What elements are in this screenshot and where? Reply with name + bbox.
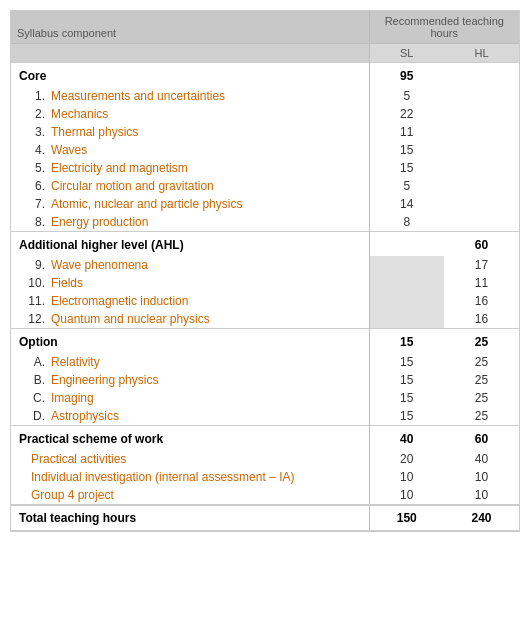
topic-link[interactable]: Group 4 project — [31, 488, 114, 502]
item-number: A. — [27, 355, 51, 369]
item-label-cell: Individual investigation (internal asses… — [11, 468, 369, 486]
sl-value: 15 — [369, 389, 444, 407]
item-label-cell: B.Engineering physics — [11, 371, 369, 389]
section-sl-core: 95 — [369, 63, 444, 88]
item-number: 8. — [27, 215, 51, 229]
total-sl: 150 — [369, 505, 444, 531]
item-label-cell: 8.Energy production — [11, 213, 369, 232]
topic-link[interactable]: Quantum and nuclear physics — [51, 312, 210, 326]
sl-value — [369, 310, 444, 329]
item-label-cell: D.Astrophysics — [11, 407, 369, 426]
hl-value: 25 — [444, 371, 519, 389]
table-row: 12.Quantum and nuclear physics16 — [11, 310, 519, 329]
table-row: 10.Fields11 — [11, 274, 519, 292]
section-hl-practical: 60 — [444, 426, 519, 451]
topic-link[interactable]: Engineering physics — [51, 373, 158, 387]
sl-value: 10 — [369, 468, 444, 486]
table-row: B.Engineering physics1525 — [11, 371, 519, 389]
item-label-cell: Group 4 project — [11, 486, 369, 505]
item-label-cell: 11.Electromagnetic induction — [11, 292, 369, 310]
section-sl-ahl — [369, 232, 444, 257]
sl-value: 15 — [369, 371, 444, 389]
topic-link[interactable]: Electricity and magnetism — [51, 161, 188, 175]
sl-value: 15 — [369, 353, 444, 371]
topic-link[interactable]: Wave phenomena — [51, 258, 148, 272]
topic-link[interactable]: Relativity — [51, 355, 100, 369]
topic-link[interactable]: Atomic, nuclear and particle physics — [51, 197, 242, 211]
topic-link[interactable]: Measurements and uncertainties — [51, 89, 225, 103]
item-label-cell: 5.Electricity and magnetism — [11, 159, 369, 177]
sl-value: 8 — [369, 213, 444, 232]
table-row: 5.Electricity and magnetism15 — [11, 159, 519, 177]
topic-link[interactable]: Thermal physics — [51, 125, 138, 139]
hl-value: 40 — [444, 450, 519, 468]
syllabus-column-header: Syllabus component — [11, 11, 369, 44]
table-row: A.Relativity1525 — [11, 353, 519, 371]
item-label-cell: A.Relativity — [11, 353, 369, 371]
table-row: 1.Measurements and uncertainties5 — [11, 87, 519, 105]
item-number: 11. — [27, 294, 51, 308]
section-header-option: Option1525 — [11, 329, 519, 354]
sl-value: 22 — [369, 105, 444, 123]
sl-value — [369, 274, 444, 292]
item-label-cell: C.Imaging — [11, 389, 369, 407]
section-header-ahl: Additional higher level (AHL)60 — [11, 232, 519, 257]
topic-link[interactable]: Mechanics — [51, 107, 108, 121]
sl-value — [369, 292, 444, 310]
topic-link[interactable]: Imaging — [51, 391, 94, 405]
item-label-cell: 6.Circular motion and gravitation — [11, 177, 369, 195]
section-hl-core — [444, 63, 519, 88]
topic-link[interactable]: Energy production — [51, 215, 148, 229]
hl-value — [444, 159, 519, 177]
item-number: D. — [27, 409, 51, 423]
hl-value — [444, 213, 519, 232]
topic-link[interactable]: Practical activities — [31, 452, 126, 466]
sl-value: 10 — [369, 486, 444, 505]
hl-value — [444, 195, 519, 213]
topic-link[interactable]: Electromagnetic induction — [51, 294, 188, 308]
section-title-option: Option — [11, 329, 369, 354]
hl-value: 11 — [444, 274, 519, 292]
section-sl-option: 15 — [369, 329, 444, 354]
item-label-cell: 4.Waves — [11, 141, 369, 159]
item-number: 2. — [27, 107, 51, 121]
section-header-core: Core95 — [11, 63, 519, 88]
hl-value — [444, 105, 519, 123]
item-number: 12. — [27, 312, 51, 326]
topic-link[interactable]: Individual investigation (internal asses… — [31, 470, 294, 484]
total-label: Total teaching hours — [11, 505, 369, 531]
sl-value: 15 — [369, 159, 444, 177]
section-hl-ahl: 60 — [444, 232, 519, 257]
hl-value: 17 — [444, 256, 519, 274]
hl-value — [444, 87, 519, 105]
sl-value: 14 — [369, 195, 444, 213]
table-row: 9.Wave phenomena17 — [11, 256, 519, 274]
table-row: D.Astrophysics1525 — [11, 407, 519, 426]
item-number: 9. — [27, 258, 51, 272]
topic-link[interactable]: Circular motion and gravitation — [51, 179, 214, 193]
item-label-cell: 12.Quantum and nuclear physics — [11, 310, 369, 329]
sl-value: 11 — [369, 123, 444, 141]
topic-link[interactable]: Fields — [51, 276, 83, 290]
table-row: 8.Energy production8 — [11, 213, 519, 232]
item-label-cell: 1.Measurements and uncertainties — [11, 87, 369, 105]
table-row: Group 4 project1010 — [11, 486, 519, 505]
item-label-cell: 9.Wave phenomena — [11, 256, 369, 274]
item-number: 5. — [27, 161, 51, 175]
section-hl-option: 25 — [444, 329, 519, 354]
hl-value — [444, 177, 519, 195]
table-row: 2.Mechanics22 — [11, 105, 519, 123]
sl-value — [369, 256, 444, 274]
item-label-cell: 7.Atomic, nuclear and particle physics — [11, 195, 369, 213]
section-title-core: Core — [11, 63, 369, 88]
item-number: B. — [27, 373, 51, 387]
total-hl: 240 — [444, 505, 519, 531]
table-row: Individual investigation (internal asses… — [11, 468, 519, 486]
table-row: 11.Electromagnetic induction16 — [11, 292, 519, 310]
table-row: 7.Atomic, nuclear and particle physics14 — [11, 195, 519, 213]
topic-link[interactable]: Waves — [51, 143, 87, 157]
syllabus-sub-header — [11, 44, 369, 63]
main-table-wrapper: Syllabus component Recommended teaching … — [10, 10, 520, 532]
topic-link[interactable]: Astrophysics — [51, 409, 119, 423]
sl-value: 15 — [369, 407, 444, 426]
